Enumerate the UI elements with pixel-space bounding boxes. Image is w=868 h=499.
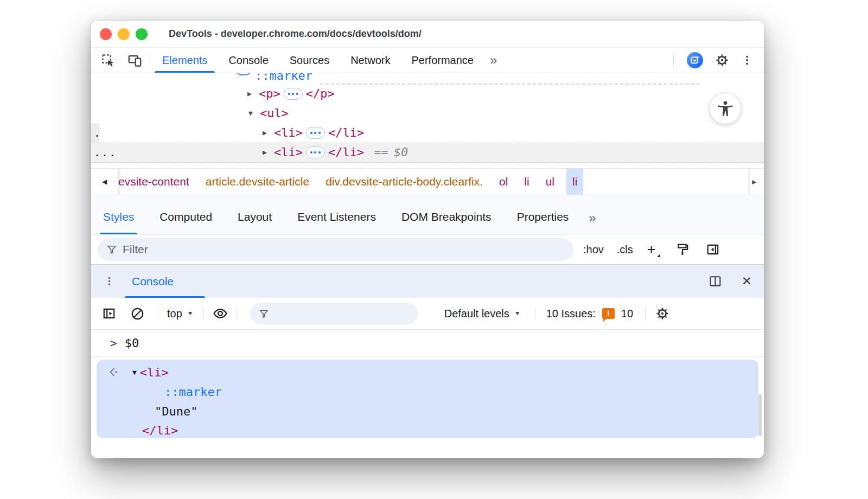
tab-layout[interactable]: Layout xyxy=(238,210,272,227)
breadcrumb-scroll-right-icon[interactable]: ▶ xyxy=(750,169,764,195)
issues-label: 10 Issues: xyxy=(546,308,596,320)
maximize-window-button[interactable] xyxy=(136,28,148,40)
device-toolbar-icon[interactable] xyxy=(127,53,142,68)
context-selector[interactable]: top ▼ xyxy=(167,308,194,320)
issues-count: 10 xyxy=(621,308,633,320)
kebab-menu-icon[interactable] xyxy=(741,54,753,66)
crumb-article-body[interactable]: div.devsite-article-body.clearfix. xyxy=(326,175,483,188)
drawer-kebab-menu-icon[interactable] xyxy=(104,276,114,286)
console-toolbar: top ▼ Default levels ▼ 10 Issues: ! xyxy=(91,298,764,330)
result-li-close-row: </li> xyxy=(142,422,178,439)
issues-counter[interactable]: 10 Issues: ! 10 xyxy=(546,308,633,320)
accessibility-person-icon xyxy=(717,100,734,117)
devtools-window: DevTools - developer.chrome.com/docs/dev… xyxy=(91,21,764,458)
equals-sign: == xyxy=(374,143,388,162)
ul-open-tag: <ul> xyxy=(260,104,289,123)
console-result-highlight[interactable]: ▼ <li> ::marker "Dune" </li> xyxy=(97,360,758,438)
window-title: DevTools - developer.chrome.com/docs/dev… xyxy=(169,28,422,40)
log-levels-label: Default levels xyxy=(444,308,509,320)
breadcrumb-bar: ◀ evsite-content article.devsite-article… xyxy=(91,168,764,195)
dock-sidebar-icon[interactable] xyxy=(706,242,720,257)
tab-sources[interactable]: Sources xyxy=(290,48,329,73)
breadcrumb-scroll-left-icon[interactable]: ◀ xyxy=(91,169,118,195)
tab-computed[interactable]: Computed xyxy=(159,210,212,227)
tab-styles[interactable]: Styles xyxy=(103,210,134,227)
console-settings-gear-icon[interactable] xyxy=(655,306,669,321)
toolbar-separator xyxy=(157,307,157,320)
settings-gear-icon[interactable] xyxy=(715,53,729,67)
titlebar: DevTools - developer.chrome.com/docs/dev… xyxy=(91,21,764,48)
tab-elements[interactable]: Elements xyxy=(162,48,207,73)
crumb-ol[interactable]: ol xyxy=(499,175,508,188)
log-levels-selector[interactable]: Default levels ▼ xyxy=(444,308,521,320)
context-selector-label: top xyxy=(167,308,182,320)
return-value-icon xyxy=(107,366,119,378)
console-filter-field[interactable] xyxy=(250,303,418,324)
console-prompt-icon: > xyxy=(110,337,117,350)
tree-row-p[interactable]: ▶ <p> </p> xyxy=(247,84,335,104)
toolbar-right-cluster xyxy=(672,52,753,68)
more-tabs-icon[interactable]: » xyxy=(490,54,497,67)
result-marker-row: ::marker xyxy=(164,383,222,401)
split-panel-icon[interactable] xyxy=(709,274,722,288)
ai-assistance-icon[interactable] xyxy=(687,52,703,68)
crumb-ul[interactable]: ul xyxy=(546,175,554,188)
tab-properties[interactable]: Properties xyxy=(517,210,569,227)
console-filter-input[interactable] xyxy=(275,307,418,320)
gutter-text-dot: . xyxy=(94,123,100,143)
li-close-tag: </li> xyxy=(142,422,178,439)
result-text-row: "Dune" xyxy=(155,403,197,420)
tab-event-listeners[interactable]: Event Listeners xyxy=(297,210,376,227)
console-sidebar-icon[interactable] xyxy=(102,306,116,321)
tab-console[interactable]: Console xyxy=(228,48,268,73)
tab-performance[interactable]: Performance xyxy=(412,48,474,73)
crumb-li-selected[interactable]: li xyxy=(566,169,583,195)
crumb-li[interactable]: li xyxy=(524,175,529,188)
ellipsis-badge[interactable] xyxy=(306,146,325,158)
expand-arrow-icon[interactable]: ▶ xyxy=(263,123,270,143)
close-drawer-icon[interactable]: ✕ xyxy=(742,275,752,287)
live-expression-eye-icon[interactable] xyxy=(213,306,228,321)
inspect-element-icon[interactable] xyxy=(101,53,116,68)
toggle-element-state-button[interactable]: :hov xyxy=(583,244,604,256)
expand-arrow-icon[interactable]: ▶ xyxy=(263,143,270,162)
ellipsis-badge[interactable] xyxy=(284,88,303,100)
more-tabs-icon[interactable]: » xyxy=(589,212,596,227)
collapse-arrow-icon[interactable]: ▼ xyxy=(132,364,137,381)
console-scrollbar-thumb[interactable] xyxy=(758,394,762,436)
style-filter-input[interactable] xyxy=(123,243,573,256)
result-li-open-row[interactable]: ▼ <li> xyxy=(132,364,169,381)
style-filter-field[interactable] xyxy=(98,238,573,261)
clear-console-icon[interactable] xyxy=(130,306,145,321)
ellipsis-badge[interactable] xyxy=(306,127,325,139)
tab-dom-breakpoints[interactable]: DOM Breakpoints xyxy=(401,210,492,227)
crumb-devsite-content[interactable]: evsite-content xyxy=(118,175,189,188)
close-window-button[interactable] xyxy=(100,28,112,40)
element-classes-button[interactable]: .cls xyxy=(617,244,633,256)
styles-filter-row: :hov .cls + xyxy=(91,235,764,264)
chevron-down-icon: ▼ xyxy=(187,310,194,317)
clipped-selection-outline xyxy=(235,73,252,75)
p-close-tag: </p> xyxy=(306,84,335,104)
tree-row-li-1[interactable]: ▶ <li> </li> xyxy=(263,123,364,143)
drawer-header: Console ✕ xyxy=(91,264,764,298)
drawer-tab-underline xyxy=(125,296,205,298)
drawer-tab-console[interactable]: Console xyxy=(132,275,174,288)
brush-icon[interactable] xyxy=(675,242,690,257)
collapse-arrow-icon[interactable]: ▼ xyxy=(248,104,256,123)
console-messages[interactable]: > $0 ▼ <li> ::marker "Dune" </li> xyxy=(91,330,764,458)
expand-arrow-icon[interactable]: ▶ xyxy=(247,84,255,104)
selected-node-highlight xyxy=(91,143,764,163)
tree-row-li-selected[interactable]: ▶ <li> </li> == $0 xyxy=(263,143,408,162)
crumb-article[interactable]: article.devsite-article xyxy=(206,175,309,188)
minimize-window-button[interactable] xyxy=(118,28,130,40)
new-style-rule-icon[interactable]: + xyxy=(647,242,659,257)
tree-row-ul[interactable]: ▼ <ul> xyxy=(248,104,289,123)
li-close-tag: </li> xyxy=(328,143,364,162)
console-command-row[interactable]: > $0 xyxy=(91,330,764,357)
tab-network[interactable]: Network xyxy=(350,48,390,73)
li-open-tag: <li> xyxy=(140,364,169,381)
breadcrumb: evsite-content article.devsite-article d… xyxy=(118,169,583,195)
elements-panel[interactable]: ::marker ▶ <p> </p> ▼ <ul> ▶ <li> </li> … xyxy=(91,73,764,168)
accessibility-overlay-button[interactable] xyxy=(710,93,741,124)
